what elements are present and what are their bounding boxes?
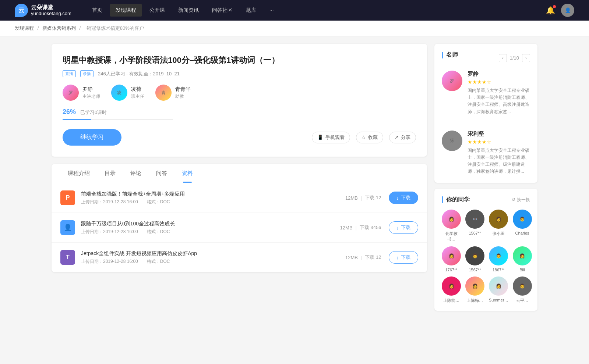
nav-home[interactable]: 首页	[86, 4, 108, 17]
tabs-header: 课程介绍 目录 评论 问答 资料	[52, 164, 427, 183]
progress-percent: 26%	[63, 108, 76, 115]
teacher-pagination: ‹ 1/10 ›	[499, 54, 530, 62]
classmate-avatar-1: 👩	[442, 210, 461, 229]
classmate-4: 👨 Charles	[513, 210, 532, 242]
download-icon-1: ↓	[396, 195, 399, 201]
breadcrumb-current: 销冠修炼术搞定80%的客户	[87, 25, 144, 31]
teachers-section: 罗 罗静 主讲老师 凌 凌荷 班主任 青 青青平	[63, 85, 416, 101]
tabs-card: 课程介绍 目录 评论 问答 资料 P 前端全栈加强版！前端全栈+全周期+多端应用…	[52, 164, 427, 272]
sidebar-teacher-1: 罗 罗静 ★★★★☆ 国内某重点大学安全工程专业硕士，国家一级注册消防工程师、注…	[442, 71, 530, 123]
resource-meta-3: 上传日期：2019-12-28 16:00 格式：DOC	[81, 258, 345, 265]
resource-item-3: T Jetpack全组件实战 开发短视频应用高仿皮皮虾App 上传日期：2019…	[52, 243, 427, 272]
classmate-name-1: 化学教书…	[442, 231, 461, 242]
teacher-stars-2: ★★★★☆	[468, 139, 530, 145]
user-avatar[interactable]: 👤	[561, 4, 574, 17]
sidebar-teacher-2: 宋 宋利坚 ★★★★☆ 国内某重点大学安全工程专业硕士，国家一级注册消防工程师、…	[442, 131, 530, 175]
resource-name-1: 前端全栈加强版！前端全栈+全周期+多端应用	[81, 191, 345, 197]
breadcrumb-discover[interactable]: 发现课程	[15, 25, 34, 31]
resource-item-2: 👤 跟随千万级项目从0到100全过程高效成长 上传日期：2019-12-28 1…	[52, 213, 427, 243]
teacher-stars-1: ★★★★☆	[468, 79, 530, 85]
classmate-8: 👩 Bill	[513, 246, 532, 272]
mobile-watch-button[interactable]: 📱 手机观看	[312, 132, 350, 143]
classmate-10: 👩 上陈梅…	[465, 276, 484, 303]
course-card: 明星中教授课，小学阶段语法100分–强化级第1讲动词（一） 直播 录播 246人…	[52, 44, 427, 157]
classmate-name-8: Bill	[519, 268, 525, 272]
teacher-3: 青 青青平 助教	[155, 85, 191, 101]
tag-live: 直播	[63, 70, 76, 77]
tab-intro[interactable]: 课程介绍	[60, 164, 97, 183]
nav-discover[interactable]: 发现课程	[110, 4, 142, 17]
resource-stats-2: 12MB | 下载 3456	[340, 224, 381, 231]
teacher-prev-button[interactable]: ‹	[499, 54, 507, 62]
sidebar-teacher-avatar-2: 宋	[442, 131, 462, 151]
tab-catalog[interactable]: 目录	[97, 164, 123, 183]
logo[interactable]: 云 云朵课堂 yunduoketang.com	[15, 4, 71, 17]
sidebar-teacher-avatar-1: 罗	[442, 71, 462, 91]
tab-qa[interactable]: 问答	[149, 164, 174, 183]
classmate-avatar-12: 👨	[513, 276, 532, 296]
teacher-info-2: 凌荷 班主任	[131, 86, 144, 100]
tag-record: 录播	[80, 70, 94, 77]
mobile-icon: 📱	[317, 135, 323, 140]
tab-review[interactable]: 评论	[123, 164, 149, 183]
resource-stats-3: 12MB | 下载 12	[345, 254, 381, 261]
navigation: 云 云朵课堂 yunduoketang.com 首页 发现课程 公开课 新闻资讯…	[0, 0, 589, 21]
breadcrumb-sep2: /	[79, 25, 82, 31]
refresh-classmates-button[interactable]: ↺ 换一换	[512, 197, 530, 203]
refresh-icon: ↺	[512, 197, 515, 202]
collect-button[interactable]: ☆ 收藏	[356, 132, 383, 143]
nav-exam[interactable]: 题库	[240, 4, 262, 17]
share-button[interactable]: ↗ 分享	[389, 132, 416, 143]
classmate-avatar-11: 👩	[489, 276, 508, 296]
star-icon: ☆	[361, 135, 366, 140]
teacher-avatar-2: 凌	[111, 85, 127, 101]
action-buttons: 📱 手机观看 ☆ 收藏 ↗ 分享	[312, 132, 416, 143]
classmate-avatar-10: 👩	[465, 276, 484, 296]
classmate-name-12: 云平…	[516, 298, 528, 303]
nav-more[interactable]: ···	[264, 4, 280, 16]
download-button-2[interactable]: ↓ 下载	[389, 221, 419, 234]
classmate-avatar-9: 👩	[442, 276, 461, 296]
breadcrumb: 发现课程 / 新媒体营销系列 / 销冠修炼术搞定80%的客户	[0, 21, 589, 36]
resource-stats-1: 12MB | 下载 12	[345, 195, 381, 201]
nav-links: 首页 发现课程 公开课 新闻资讯 问答社区 题库 ···	[86, 4, 546, 17]
classmate-name-7: 1867**	[493, 268, 505, 272]
resource-meta-2: 上传日期：2019-12-28 16:00 格式：DOC	[81, 229, 340, 235]
classmates-card: 你的同学 ↺ 换一换 👩 化学教书… 👓 1567** 👩	[434, 189, 537, 311]
classmate-2: 👓 1567**	[465, 210, 484, 242]
logo-icon: 云	[15, 4, 28, 17]
teacher-info-1: 罗静 主讲老师	[82, 86, 100, 100]
nav-qa[interactable]: 问答社区	[206, 4, 239, 17]
resource-icon-1: P	[60, 190, 75, 205]
notification-bell[interactable]: 🔔	[546, 6, 555, 15]
breadcrumb-series[interactable]: 新媒体营销系列	[42, 25, 76, 31]
tab-resources[interactable]: 资料	[174, 164, 200, 183]
resource-name-3: Jetpack全组件实战 开发短视频应用高仿皮皮虾App	[81, 250, 345, 257]
classmate-12: 👨 云平…	[513, 276, 532, 303]
nav-open[interactable]: 公开课	[144, 4, 171, 17]
download-button-3[interactable]: ↓ 下载	[389, 251, 419, 264]
continue-button[interactable]: 继续学习	[63, 129, 121, 146]
progress-bar-fill	[63, 119, 91, 120]
classmates-header: 你的同学 ↺ 换一换	[442, 196, 530, 204]
content-area: 明星中教授课，小学阶段语法100分–强化级第1讲动词（一） 直播 录播 246人…	[52, 44, 427, 317]
classmate-name-6: 1567**	[469, 268, 481, 272]
teacher-page-info: 1/10	[510, 55, 519, 61]
classmate-1: 👩 化学教书…	[442, 210, 461, 242]
resource-item-1: P 前端全栈加强版！前端全栈+全周期+多端应用 上传日期：2019-12-28 …	[52, 183, 427, 213]
resource-info-3: Jetpack全组件实战 开发短视频应用高仿皮皮虾App 上传日期：2019-1…	[81, 250, 345, 265]
classmate-avatar-5: 👩	[442, 246, 461, 265]
download-button-1[interactable]: ↓ 下载	[389, 192, 419, 204]
resource-icon-2: 👤	[60, 220, 75, 235]
classmate-avatar-2: 👓	[465, 210, 484, 229]
classmate-6: 👨 1567**	[465, 246, 484, 272]
classmates-grid: 👩 化学教书… 👓 1567** 👩 张小田 👨 Charles 👩	[442, 210, 530, 303]
nav-news[interactable]: 新闻资讯	[172, 4, 205, 17]
download-icon-3: ↓	[396, 255, 399, 260]
classmate-name-9: 上陈能…	[443, 298, 459, 303]
breadcrumb-sep1: /	[38, 25, 40, 31]
progress-bar-background	[63, 119, 173, 120]
sidebar-teacher-info-2: 宋利坚 ★★★★☆ 国内某重点大学安全工程专业硕士，国家一级注册消防工程师、注册…	[468, 131, 530, 175]
teacher-next-button[interactable]: ›	[522, 54, 530, 62]
resource-name-2: 跟随千万级项目从0到100全过程高效成长	[81, 221, 340, 227]
